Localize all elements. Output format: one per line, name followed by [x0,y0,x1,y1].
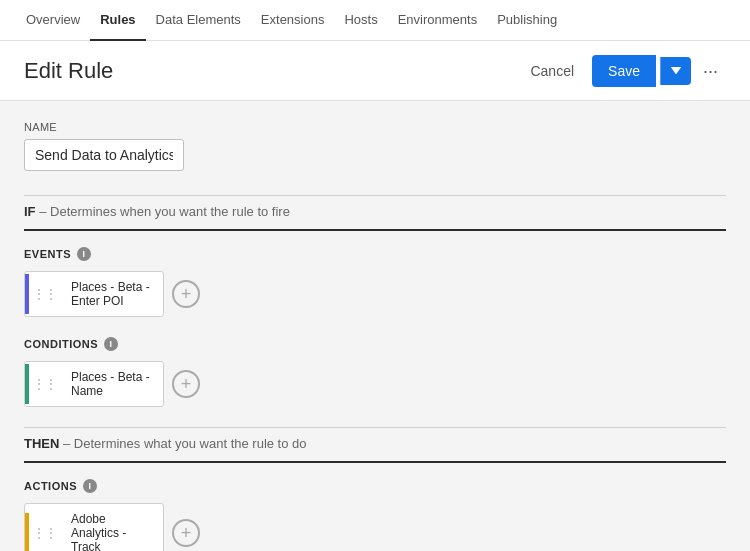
event-item-label: Places - Beta - Enter POI [61,272,163,316]
event-item-0[interactable]: ⋮⋮ Places - Beta - Enter POI [24,271,164,317]
drag-handle-icon: ⋮⋮ [29,287,61,301]
action-item-0[interactable]: ⋮⋮ Adobe Analytics - Track [24,503,164,551]
nav-item-environments[interactable]: Environments [388,0,487,41]
condition-item-label: Places - Beta - Name [61,362,163,406]
nav-item-overview[interactable]: Overview [16,0,90,41]
actions-card-row: ⋮⋮ Adobe Analytics - Track + [24,503,726,551]
chevron-down-icon [671,67,681,75]
events-header: EVENTS i [24,247,726,261]
nav-item-hosts[interactable]: Hosts [334,0,387,41]
conditions-info-icon[interactable]: i [104,337,118,351]
action-item-label: Adobe Analytics - Track [61,504,163,551]
conditions-header: CONDITIONS i [24,337,726,351]
events-info-icon[interactable]: i [77,247,91,261]
nav-item-extensions[interactable]: Extensions [251,0,335,41]
name-label: Name [24,121,726,133]
save-dropdown-button[interactable] [660,57,691,85]
save-button[interactable]: Save [592,55,656,87]
then-divider-top [24,427,726,428]
condition-item-0[interactable]: ⋮⋮ Places - Beta - Name [24,361,164,407]
add-action-button[interactable]: + [172,519,200,547]
events-subsection: EVENTS i ⋮⋮ Places - Beta - Enter POI + [24,247,726,317]
drag-handle-icon: ⋮⋮ [29,526,61,540]
actions-info-icon[interactable]: i [83,479,97,493]
more-options-button[interactable]: ··· [695,58,726,84]
section-divider-top [24,195,726,196]
actions-subsection: ACTIONS i ⋮⋮ Adobe Analytics - Track + [24,479,726,551]
drag-handle-icon: ⋮⋮ [29,377,61,391]
if-section-label: IF – Determines when you want the rule t… [24,204,726,219]
page-title: Edit Rule [24,58,113,84]
name-field-group: Name [24,121,726,171]
then-divider [24,461,726,463]
if-divider [24,229,726,231]
actions-header: ACTIONS i [24,479,726,493]
then-section-label: THEN – Determines what you want the rule… [24,436,726,451]
content-area: Name IF – Determines when you want the r… [0,101,750,551]
nav-item-publishing[interactable]: Publishing [487,0,567,41]
nav-item-data-elements[interactable]: Data Elements [146,0,251,41]
top-navigation: Overview Rules Data Elements Extensions … [0,0,750,41]
events-card-row: ⋮⋮ Places - Beta - Enter POI + [24,271,726,317]
add-condition-button[interactable]: + [172,370,200,398]
nav-item-rules[interactable]: Rules [90,0,145,41]
cancel-button[interactable]: Cancel [516,55,588,87]
conditions-subsection: CONDITIONS i ⋮⋮ Places - Beta - Name + [24,337,726,407]
page-header: Edit Rule Cancel Save ··· [0,41,750,101]
add-event-button[interactable]: + [172,280,200,308]
conditions-card-row: ⋮⋮ Places - Beta - Name + [24,361,726,407]
name-input[interactable] [24,139,184,171]
main-content: Edit Rule Cancel Save ··· Name IF – Dete… [0,41,750,551]
header-actions: Cancel Save ··· [516,55,726,87]
